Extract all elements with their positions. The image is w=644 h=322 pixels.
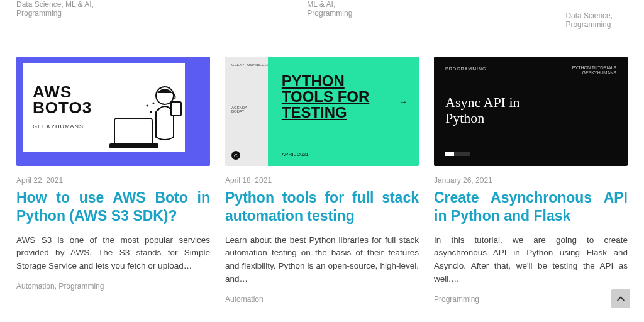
tag-text[interactable]: Data Science, ML & AI, Programming [16,0,98,29]
post-excerpt: AWS S3 is one of the most popular servic… [16,234,210,274]
thumb-heading: AWS BOTO3 [33,84,92,115]
post-grid: AWS BOTO3 GEEKYHUMANS [16,57,628,304]
svg-point-7 [150,111,152,113]
post-card: AWS BOTO3 GEEKYHUMANS [16,57,210,304]
thumb-subtext: AGENDABODAT [231,106,247,113]
thumb-url: GEEKYHUMANS.COM [231,63,270,67]
post-tags[interactable]: Programming [434,295,628,304]
post-card: PROGRAMMING PYTHON TUTORIALSGEEKYHUMANS … [434,57,628,304]
post-tags[interactable]: Automation [225,295,419,304]
post-title-link[interactable]: Python tools for full stack automation t… [225,189,419,225]
arrow-right-icon: → [399,97,408,107]
thumb-date: APRIL 2021 [282,152,309,157]
svg-rect-3 [171,102,181,116]
post-card: GEEKYHUMANS.COM AGENDABODAT C PYTHONTOOL… [225,57,419,304]
footer-shadow [94,318,550,318]
thumb-sidebar: GEEKYHUMANS.COM AGENDABODAT C [225,57,268,166]
chevron-up-icon [617,295,625,303]
post-excerpt: In this tutorial, we are going to create… [434,234,628,287]
post-title-link[interactable]: How to use AWS Boto in Python (AWS S3 SD… [16,189,210,225]
svg-rect-1 [109,143,158,148]
post-thumbnail[interactable]: PROGRAMMING PYTHON TUTORIALSGEEKYHUMANS … [434,57,628,166]
tag-text[interactable]: ML & AI, Programming [307,0,357,29]
post-excerpt: Learn about the best Python libraries fo… [225,234,419,287]
svg-point-4 [147,105,148,107]
thumb-brand: GEEKYHUMANS [33,123,84,130]
post-thumbnail[interactable]: GEEKYHUMANS.COM AGENDABODAT C PYTHONTOOL… [225,57,419,166]
svg-point-5 [153,103,155,104]
logo-dot-icon: C [231,151,240,160]
post-date: April 22, 2021 [16,176,210,185]
progress-bar-icon [445,152,470,156]
post-title-link[interactable]: Create Asynchronous API in Python and Fl… [434,189,628,225]
thumb-heading: Async API inPython [445,94,520,126]
post-date: January 26, 2021 [434,176,628,185]
tag-text[interactable]: Data Science, Programming [565,0,628,29]
post-tags[interactable]: Automation, Programming [16,282,210,291]
illustration-person-laptop [109,74,185,156]
post-thumbnail[interactable]: AWS BOTO3 GEEKYHUMANS [16,57,210,166]
svg-point-6 [158,109,160,111]
thumb-heading: PYTHONTOOLS FORTESTING [282,73,370,121]
thumb-category: PROGRAMMING [445,67,486,71]
thumb-main: PYTHONTOOLS FORTESTING APRIL 2021 → [268,57,419,166]
scroll-to-top-button[interactable] [611,289,630,308]
svg-rect-0 [114,118,152,146]
thumb-brand: PYTHON TUTORIALSGEEKYHUMANS [572,65,616,76]
post-date: April 18, 2021 [225,176,419,185]
previous-row-tags: Data Science, ML & AI, Programming ML & … [16,0,628,29]
